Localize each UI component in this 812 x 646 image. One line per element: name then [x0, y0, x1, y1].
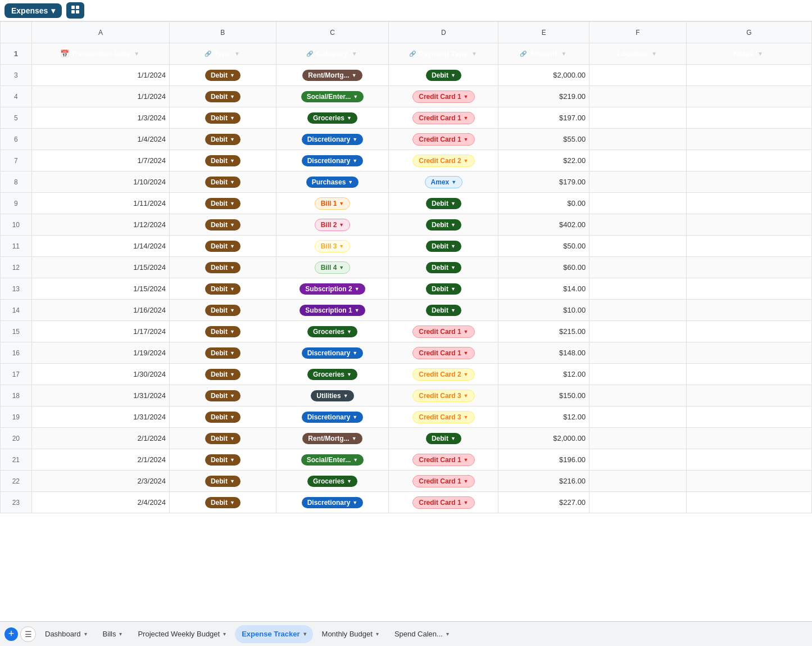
category-pill-12[interactable]: Groceries ▼ — [307, 326, 357, 337]
payment-pill-8[interactable]: Debit ▼ — [426, 241, 461, 252]
payment-pill-5[interactable]: Amex ▼ — [425, 176, 463, 188]
location-cell-14 — [589, 364, 687, 385]
tab-weekly[interactable]: Projected Weekly Budget▾ — [131, 625, 233, 643]
category-pill-10[interactable]: Subscription 2 ▼ — [300, 283, 365, 295]
category-pill-20[interactable]: Discretionary ▼ — [302, 497, 364, 508]
type-pill-8[interactable]: Debit ▼ — [205, 241, 241, 252]
payment-pill-2[interactable]: Credit Card 1 ▼ — [412, 112, 474, 124]
col-payment-type[interactable]: 🔗 Payment Type ▼ — [389, 43, 498, 65]
payment-pill-19[interactable]: Credit Card 1 ▼ — [412, 475, 474, 487]
payment-pill-18[interactable]: Credit Card 1 ▼ — [412, 454, 474, 466]
category-filter-icon[interactable]: ▼ — [350, 49, 359, 58]
type-pill-10[interactable]: Debit ▼ — [205, 283, 241, 295]
category-pill-8[interactable]: Bill 3 ▼ — [315, 240, 351, 252]
payment-pill-9[interactable]: Debit ▼ — [426, 262, 461, 273]
type-pill-3[interactable]: Debit ▼ — [205, 134, 241, 145]
payment-pill-4[interactable]: Credit Card 2 ▼ — [412, 155, 474, 167]
category-pill-14[interactable]: Groceries ▼ — [307, 369, 357, 380]
category-pill-11[interactable]: Subscription 1 ▼ — [300, 305, 365, 316]
type-pill-2[interactable]: Debit ▼ — [205, 112, 241, 124]
row-num-14: 14 — [1, 300, 32, 321]
amount-cell-19: $216.00 — [498, 471, 589, 492]
amount-filter-icon[interactable]: ▼ — [559, 49, 568, 58]
header-row-num: 1 — [1, 43, 32, 65]
payment-pill-3[interactable]: Credit Card 1 ▼ — [412, 133, 474, 146]
add-sheet-button[interactable]: + — [4, 627, 18, 641]
payment-pill-15[interactable]: Credit Card 3 ▼ — [412, 390, 474, 402]
category-pill-13[interactable]: Discretionary ▼ — [302, 347, 364, 359]
col-type[interactable]: 🔗 Type ▼ — [170, 43, 276, 65]
type-pill-12[interactable]: Debit ▼ — [205, 326, 241, 337]
svg-rect-0 — [71, 6, 75, 9]
type-pill-19[interactable]: Debit ▼ — [205, 476, 241, 487]
type-pill-16[interactable]: Debit ▼ — [205, 412, 241, 423]
category-cell-19: Groceries ▼ — [276, 471, 389, 492]
type-pill-4[interactable]: Debit ▼ — [205, 155, 241, 166]
tab-bills[interactable]: Bills▾ — [96, 625, 129, 643]
category-pill-17[interactable]: Rent/Mortg... ▼ — [302, 433, 362, 444]
payment-pill-1[interactable]: Credit Card 1 ▼ — [412, 91, 474, 103]
table-icon-button[interactable] — [66, 2, 84, 19]
type-pill-17[interactable]: Debit ▼ — [205, 433, 241, 444]
payment-pill-10[interactable]: Debit ▼ — [426, 283, 461, 295]
tab-spend[interactable]: Spend Calen...▾ — [388, 625, 456, 643]
col-location[interactable]: Location ▼ — [589, 43, 687, 65]
category-pill-16[interactable]: Discretionary ▼ — [302, 412, 364, 423]
category-pill-4[interactable]: Discretionary ▼ — [302, 155, 364, 166]
col-category[interactable]: 🔗 Category ▼ — [276, 43, 389, 65]
payment-pill-17[interactable]: Debit ▼ — [426, 433, 461, 444]
payment-filter-icon[interactable]: ▼ — [470, 49, 479, 58]
date-filter-icon[interactable]: ▼ — [132, 49, 141, 58]
payment-pill-20[interactable]: Credit Card 1 ▼ — [412, 496, 474, 509]
category-pill-7[interactable]: Bill 2 ▼ — [315, 219, 351, 231]
tab-dashboard[interactable]: Dashboard▾ — [38, 625, 94, 643]
payment-pill-12[interactable]: Credit Card 1 ▼ — [412, 326, 474, 338]
payment-pill-7[interactable]: Debit ▼ — [426, 219, 461, 231]
type-pill-6[interactable]: Debit ▼ — [205, 198, 241, 209]
type-pill-18[interactable]: Debit ▼ — [205, 454, 241, 466]
notes-cell-2 — [686, 107, 811, 129]
category-cell-15: Utilities ▼ — [276, 385, 389, 406]
type-pill-9[interactable]: Debit ▼ — [205, 262, 241, 273]
category-cell-12: Groceries ▼ — [276, 321, 389, 342]
payment-pill-13[interactable]: Credit Card 1 ▼ — [412, 347, 474, 359]
type-pill-15[interactable]: Debit ▼ — [205, 390, 241, 401]
type-pill-20[interactable]: Debit ▼ — [205, 497, 241, 508]
category-pill-18[interactable]: Social/Enter... ▼ — [301, 454, 364, 466]
type-pill-11[interactable]: Debit ▼ — [205, 305, 241, 316]
type-pill-14[interactable]: Debit ▼ — [205, 369, 241, 380]
col-notes[interactable]: Notes ▼ — [686, 43, 811, 65]
payment-pill-16[interactable]: Credit Card 3 ▼ — [412, 411, 474, 423]
table-row: 21 2/1/2024 Debit ▼ Social/Enter... ▼ Cr… — [1, 449, 812, 471]
amount-cell-5: $179.00 — [498, 171, 589, 193]
category-pill-0[interactable]: Rent/Mortg... ▼ — [302, 70, 362, 81]
category-pill-3[interactable]: Discretionary ▼ — [302, 134, 364, 145]
col-transaction-date[interactable]: 📅 Transaction Date ▼ — [31, 43, 169, 65]
col-amount[interactable]: 🔗 Amount ▼ — [498, 43, 589, 65]
category-pill-9[interactable]: Bill 4 ▼ — [315, 261, 351, 274]
payment-pill-0[interactable]: Debit ▼ — [426, 70, 461, 81]
type-cell-0: Debit ▼ — [170, 65, 276, 86]
type-pill-7[interactable]: Debit ▼ — [205, 219, 241, 231]
tab-monthly[interactable]: Monthly Budget▾ — [315, 625, 385, 643]
payment-pill-11[interactable]: Debit ▼ — [426, 305, 461, 316]
tab-expense[interactable]: Expense Tracker▾ — [235, 625, 312, 643]
type-pill-13[interactable]: Debit ▼ — [205, 347, 241, 359]
category-pill-5[interactable]: Purchases ▼ — [306, 177, 359, 188]
location-filter-icon[interactable]: ▼ — [650, 49, 659, 58]
category-pill-1[interactable]: Social/Enter... ▼ — [301, 91, 364, 102]
payment-pill-14[interactable]: Credit Card 2 ▼ — [412, 368, 474, 381]
type-pill-0[interactable]: Debit ▼ — [205, 70, 241, 81]
type-pill-5[interactable]: Debit ▼ — [205, 177, 241, 188]
notes-filter-icon[interactable]: ▼ — [756, 49, 765, 58]
category-pill-2[interactable]: Groceries ▼ — [307, 112, 357, 124]
notes-cell-15 — [686, 385, 811, 406]
category-pill-19[interactable]: Groceries ▼ — [307, 476, 357, 487]
category-pill-15[interactable]: Utilities ▼ — [311, 390, 353, 401]
type-pill-1[interactable]: Debit ▼ — [205, 91, 241, 102]
type-filter-icon[interactable]: ▼ — [233, 49, 242, 58]
sheet-menu-button[interactable]: ☰ — [20, 626, 36, 642]
payment-pill-6[interactable]: Debit ▼ — [426, 198, 461, 209]
expenses-button[interactable]: Expenses ▾ — [4, 3, 62, 18]
category-pill-6[interactable]: Bill 1 ▼ — [315, 197, 351, 210]
